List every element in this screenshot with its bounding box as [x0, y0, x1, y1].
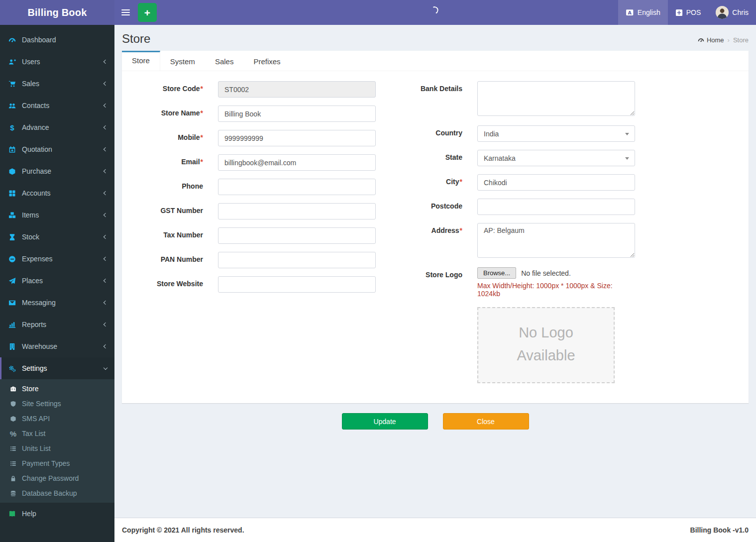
postcode-label: Postcode — [393, 199, 462, 215]
sidebar-toggle-button[interactable] — [114, 0, 137, 25]
sidebar-item-reports[interactable]: Reports — [0, 314, 114, 335]
field-address: Address* AP: Belgaum — [393, 223, 635, 259]
app-logo[interactable]: Billing Book — [0, 0, 114, 25]
version-text: Billing Book -v1.0 — [690, 526, 749, 534]
state-select[interactable]: Karnataka — [477, 150, 635, 166]
store-logo-label: Store Logo — [393, 267, 462, 383]
sidebar-item-purchase[interactable]: Purchase — [0, 160, 114, 182]
copyright-text: Copyright © 2021 All rights reserved. — [122, 526, 244, 534]
postcode-input[interactable] — [477, 199, 635, 215]
bank-details-label: Bank Details — [393, 81, 462, 117]
sidebar-item-quotation[interactable]: Quotation — [0, 138, 114, 160]
tab-system[interactable]: System — [160, 51, 205, 71]
city-input[interactable] — [477, 174, 635, 191]
browse-button[interactable]: Browse... — [477, 267, 516, 279]
user-plus-icon — [7, 58, 17, 66]
email-input[interactable] — [218, 154, 376, 171]
address-textarea[interactable]: AP: Belgaum — [477, 223, 635, 258]
navbar: + English POS Chris — [114, 0, 756, 25]
gears-icon — [7, 365, 17, 372]
sidebar-item-store[interactable]: Store — [0, 381, 114, 396]
language-label: English — [638, 8, 660, 16]
settings-submenu: Store Site Settings SMS API % Tax Li — [0, 379, 114, 503]
tab-bar: Store System Sales Prefixes — [122, 51, 749, 71]
phone-input[interactable] — [218, 179, 376, 195]
sidebar-item-sales[interactable]: Sales — [0, 73, 114, 95]
breadcrumb: Home › Store — [698, 36, 749, 46]
chevron-left-icon — [104, 301, 108, 305]
update-button[interactable]: Update — [342, 413, 428, 430]
sidebar-item-stock[interactable]: Stock — [0, 226, 114, 248]
lock-icon — [9, 475, 17, 482]
username-label: Chris — [732, 8, 749, 16]
tab-sales[interactable]: Sales — [205, 51, 244, 71]
sidebar-item-settings[interactable]: Settings — [0, 357, 114, 379]
cart-icon — [7, 80, 17, 88]
chevron-left-icon — [104, 344, 108, 348]
sidebar-item-site-settings[interactable]: Site Settings — [0, 396, 114, 411]
mobile-input[interactable] — [218, 130, 376, 146]
pos-button[interactable]: POS — [668, 0, 709, 25]
footer: Copyright © 2021 All rights reserved. Bi… — [114, 518, 756, 542]
users-icon — [7, 102, 17, 109]
sidebar-item-users[interactable]: Users — [0, 51, 114, 73]
shield-icon — [9, 401, 17, 407]
sidebar-item-contacts[interactable]: Contacts — [0, 95, 114, 116]
sidebar-item-expenses[interactable]: Expenses — [0, 248, 114, 270]
field-city: City* — [393, 174, 635, 191]
sidebar-item-help[interactable]: Help — [0, 503, 114, 525]
sidebar-item-tax-list[interactable]: % Tax List — [0, 426, 114, 441]
gst-number-input[interactable] — [218, 203, 376, 219]
bank-details-textarea[interactable] — [477, 81, 635, 116]
minus-circle-icon — [7, 255, 17, 263]
sidebar-item-messaging[interactable]: Messaging — [0, 292, 114, 314]
cube-icon — [9, 416, 17, 422]
field-pan-number: PAN Number — [127, 252, 376, 268]
book-icon — [7, 510, 17, 518]
main-content: Store Home › Store Store System S — [114, 25, 756, 518]
field-bank-details: Bank Details — [393, 81, 635, 117]
field-email: Email* — [127, 154, 376, 171]
briefcase-icon — [9, 386, 17, 392]
sidebar-item-places[interactable]: Places — [0, 270, 114, 292]
chevron-left-icon — [104, 147, 108, 151]
form-left-column: Store Code* Store Name* Mobile* — [127, 81, 376, 391]
sidebar-item-sms-api[interactable]: SMS API — [0, 411, 114, 426]
grid-icon — [7, 190, 17, 197]
sidebar-item-dashboard[interactable]: Dashboard — [0, 29, 114, 51]
store-form: Store Code* Store Name* Mobile* — [122, 71, 749, 403]
close-button[interactable]: Close — [443, 413, 529, 430]
chevron-left-icon — [104, 82, 108, 86]
store-name-input[interactable] — [218, 106, 376, 122]
tax-number-label: Tax Number — [127, 227, 203, 244]
user-menu[interactable]: Chris — [708, 0, 756, 25]
language-menu[interactable]: English — [618, 0, 668, 25]
store-website-label: Store Website — [127, 276, 203, 293]
store-code-label: Store Code* — [127, 81, 203, 98]
quick-add-button[interactable]: + — [138, 3, 157, 22]
sidebar-item-accounts[interactable]: Accounts — [0, 182, 114, 204]
country-select[interactable]: India — [477, 125, 635, 142]
sidebar-item-change-password[interactable]: Change Password — [0, 471, 114, 486]
gauge-icon — [7, 36, 17, 44]
sidebar-item-database-backup[interactable]: Database Backup — [0, 486, 114, 501]
sidebar-item-items[interactable]: Items — [0, 204, 114, 226]
tax-number-input[interactable] — [218, 227, 376, 244]
app-title: Billing Book — [27, 7, 87, 18]
sidebar: Dashboard Users Sales Contacts $ Advance — [0, 25, 114, 542]
page-title: Store — [122, 32, 150, 46]
chevron-left-icon — [104, 235, 108, 239]
store-website-input[interactable] — [218, 276, 376, 293]
breadcrumb-home-link[interactable]: Home — [698, 36, 724, 44]
store-settings-card: Store System Sales Prefixes Store Code* — [122, 51, 749, 403]
tab-store[interactable]: Store — [122, 51, 160, 71]
field-store-name: Store Name* — [127, 106, 376, 122]
pan-number-input[interactable] — [218, 252, 376, 268]
sidebar-item-warehouse[interactable]: Warehouse — [0, 335, 114, 357]
loading-spinner — [430, 5, 439, 15]
tab-prefixes[interactable]: Prefixes — [243, 51, 290, 71]
sidebar-item-advance[interactable]: $ Advance — [0, 116, 114, 138]
store-code-input[interactable] — [218, 81, 376, 98]
sidebar-item-payment-types[interactable]: Payment Types — [0, 456, 114, 471]
sidebar-item-units-list[interactable]: Units List — [0, 441, 114, 456]
